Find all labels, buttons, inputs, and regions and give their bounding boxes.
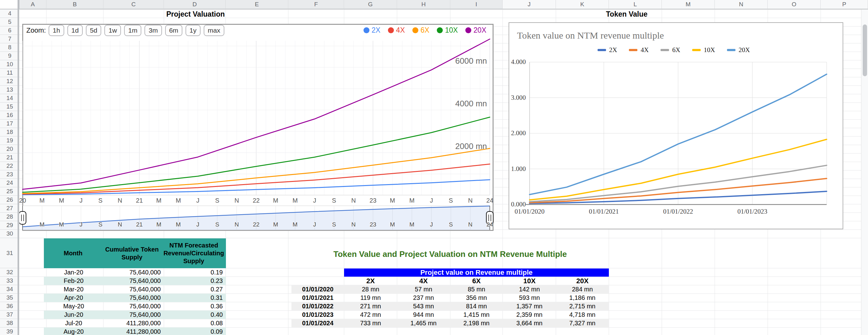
table-cell[interactable]: 237 mn (397, 294, 450, 302)
legend-item-6x[interactable]: 6X (660, 46, 680, 54)
table-cell[interactable]: Apr-20 (44, 294, 103, 302)
row-header-38[interactable]: 38 (0, 319, 20, 328)
table-cell[interactable]: 4,718 mn (556, 310, 609, 319)
row-header-32[interactable]: 32 (0, 268, 20, 277)
table-cell[interactable]: 7,327 mn (556, 319, 609, 328)
table-cell[interactable]: 75,640,000 (103, 268, 164, 277)
column-header-P[interactable]: P (821, 0, 868, 9)
table-cell[interactable]: May-20 (44, 302, 103, 310)
row-header-30[interactable]: 30 (0, 230, 20, 238)
legend-item-20x[interactable]: 20X (727, 46, 750, 54)
table-cell[interactable]: 593 mn (503, 294, 556, 302)
column-header-M[interactable]: M (662, 0, 715, 9)
table-cell[interactable]: 733 mn (344, 319, 397, 328)
table-cell[interactable]: 75,640,000 (103, 302, 164, 310)
table-cell[interactable]: 57 mn (397, 285, 450, 294)
zoom-button-1w[interactable]: 1w (104, 25, 121, 36)
navigator-left-handle[interactable] (19, 212, 26, 224)
table-cell[interactable]: 2,715 mn (556, 302, 609, 310)
row-header-28[interactable]: 28 (0, 213, 20, 221)
table-cell[interactable]: 75,640,000 (103, 294, 164, 302)
table-cell[interactable]: 28 mn (344, 285, 397, 294)
column-header-D[interactable]: D (164, 0, 226, 9)
zoom-button-max[interactable]: max (204, 25, 224, 36)
table-cell[interactable]: Feb-20 (44, 277, 103, 285)
table-header-cell[interactable]: 10X (503, 277, 556, 285)
row-header-8[interactable]: 8 (0, 43, 20, 52)
row-header-33[interactable]: 33 (0, 277, 20, 285)
column-header-C[interactable]: C (103, 0, 164, 9)
column-header-N[interactable]: N (715, 0, 768, 9)
row-header-29[interactable]: 29 (0, 221, 20, 230)
table-cell[interactable]: 543 mn (397, 302, 450, 310)
row-header-6[interactable]: 6 (0, 26, 20, 35)
row-header-19[interactable]: 19 (0, 136, 20, 145)
table-cell[interactable]: 75,640,000 (103, 310, 164, 319)
column-header-L[interactable]: L (609, 0, 662, 9)
column-header-J[interactable]: J (503, 0, 556, 9)
legend-item-2x[interactable]: 2X (597, 46, 617, 54)
zoom-button-1m[interactable]: 1m (124, 25, 141, 36)
table-cell[interactable]: 142 mn (503, 285, 556, 294)
table-date-cell[interactable]: 01/01/2022 (291, 302, 344, 310)
table-header-cell[interactable]: 20X (556, 277, 609, 285)
table-header-cell[interactable]: Month (44, 239, 102, 268)
legend-item-2x[interactable]: 2X (364, 26, 380, 34)
row-header-25[interactable]: 25 (0, 187, 20, 196)
table-cell[interactable]: Mar-20 (44, 285, 103, 294)
row-header-14[interactable]: 14 (0, 94, 20, 103)
column-header-E[interactable]: E (226, 0, 288, 9)
row-header-5[interactable]: 5 (0, 18, 20, 26)
row-header-37[interactable]: 37 (0, 310, 20, 319)
table-date-cell[interactable]: 01/01/2023 (291, 310, 344, 319)
row-header-23[interactable]: 23 (0, 170, 20, 179)
table-cell[interactable]: 2,198 mn (450, 319, 503, 328)
row-header-26[interactable]: 26 (0, 196, 20, 204)
zoom-button-1y[interactable]: 1y (186, 25, 200, 36)
column-header-I[interactable]: I (450, 0, 503, 9)
table-cell[interactable]: 284 mn (556, 285, 609, 294)
legend-item-20x[interactable]: 20X (465, 26, 486, 34)
table-cell[interactable]: 0.08 (164, 319, 226, 328)
corner-cell[interactable] (0, 0, 20, 9)
row-header-39[interactable]: 39 (0, 328, 20, 335)
row-header-31[interactable]: 31 (0, 238, 20, 268)
table-cell[interactable]: 75,640,000 (103, 277, 164, 285)
table-cell[interactable]: 0.19 (164, 268, 226, 277)
table-cell[interactable]: 75,640,000 (103, 285, 164, 294)
table-date-cell[interactable]: 01/01/2020 (291, 285, 344, 294)
table-cell[interactable]: 119 mn (344, 294, 397, 302)
row-header-13[interactable]: 13 (0, 86, 20, 94)
table-cell[interactable]: 0.31 (164, 294, 226, 302)
table-header-cell[interactable]: 6X (450, 277, 503, 285)
table-cell[interactable]: 0.09 (164, 328, 226, 335)
table-cell[interactable]: 411,280,000 (103, 328, 164, 335)
row-header-18[interactable]: 18 (0, 128, 20, 136)
table-cell[interactable]: 472 mn (344, 310, 397, 319)
table-cell[interactable]: Jul-20 (44, 319, 103, 328)
table-header-cell[interactable]: NTM Forecasted Revenue/Circulating Suppl… (162, 239, 226, 268)
legend-item-10x[interactable]: 10X (437, 26, 458, 34)
row-header-34[interactable]: 34 (0, 285, 20, 294)
table-header-cell[interactable]: 2X (344, 277, 397, 285)
vertical-scrollbar[interactable] (861, 9, 868, 335)
table-cell[interactable]: 3,664 mn (503, 319, 556, 328)
row-header-4[interactable]: 4 (0, 9, 20, 18)
row-header-21[interactable]: 21 (0, 153, 20, 162)
table-date-cell[interactable]: 01/01/2021 (291, 294, 344, 302)
column-header-F[interactable]: F (288, 0, 344, 9)
column-header-K[interactable]: K (556, 0, 609, 9)
row-header-7[interactable]: 7 (0, 35, 20, 43)
zoom-button-1h[interactable]: 1h (49, 25, 64, 36)
table-header-cell[interactable]: 4X (397, 277, 450, 285)
table-cell[interactable]: 1,186 mn (556, 294, 609, 302)
scrollbar-thumb[interactable] (863, 25, 867, 76)
table-cell[interactable]: 271 mn (344, 302, 397, 310)
table-cell[interactable]: 2,359 mn (503, 310, 556, 319)
legend-item-4x[interactable]: 4X (629, 46, 649, 54)
table-cell[interactable]: 0.23 (164, 277, 226, 285)
row-header-16[interactable]: 16 (0, 111, 20, 119)
navigator-right-handle[interactable] (486, 212, 493, 224)
row-header-20[interactable]: 20 (0, 145, 20, 153)
column-header-O[interactable]: O (768, 0, 821, 9)
